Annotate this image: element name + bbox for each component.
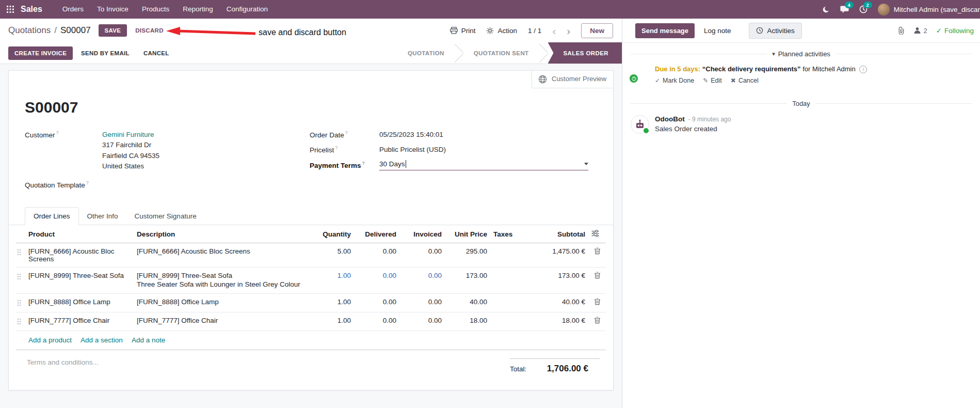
pricelist-field[interactable]: Public Pricelist (USD): [379, 145, 588, 155]
payment-terms-input[interactable]: 30 Days: [379, 160, 588, 170]
edit-activity-button[interactable]: ✎Edit: [703, 76, 722, 86]
unit-price-cell[interactable]: 40.00: [445, 294, 490, 312]
delete-line-icon[interactable]: [588, 312, 606, 331]
messages-icon[interactable]: 4: [836, 0, 854, 19]
send-by-email-button[interactable]: SEND BY EMAIL: [75, 46, 135, 60]
optional-columns-icon[interactable]: [588, 225, 606, 243]
add-product-link[interactable]: Add a product: [28, 336, 72, 344]
info-icon[interactable]: i: [859, 66, 867, 73]
quotation-template-field[interactable]: [102, 180, 257, 189]
unit-price-cell[interactable]: 18.00: [445, 312, 490, 331]
invoiced-cell[interactable]: 0.00: [399, 294, 445, 312]
description-cell[interactable]: [FURN_7777] Office Chair: [134, 312, 309, 331]
delivered-cell[interactable]: 0.00: [354, 267, 399, 294]
pricelist-label: Pricelist?: [310, 145, 379, 155]
quantity-cell[interactable]: 5.00: [309, 243, 354, 267]
new-button[interactable]: New: [581, 23, 613, 38]
unit-price-cell[interactable]: 295.00: [445, 243, 490, 267]
planned-activities-toggle[interactable]: ▾ Planned activities: [772, 50, 830, 58]
description-cell[interactable]: [FURN_8999] Three-Seat Sofa Three Seater…: [134, 267, 309, 294]
collapse-caret-icon: ▾: [772, 51, 775, 57]
delete-line-icon[interactable]: [588, 294, 606, 312]
pager-next-icon[interactable]: ›: [567, 25, 570, 36]
cancel-button[interactable]: CANCEL: [138, 46, 175, 60]
breadcrumb-current: S00007: [60, 25, 91, 36]
log-note-button[interactable]: Log note: [699, 23, 736, 38]
user-name[interactable]: Mitchell Admin (save_discar: [894, 6, 980, 13]
taxes-header: Taxes: [490, 225, 526, 243]
stage-quotation[interactable]: QUOTATION: [397, 42, 455, 64]
stage-sales-order[interactable]: SALES ORDER: [548, 42, 622, 64]
globe-icon: [538, 75, 547, 84]
pager-previous-icon[interactable]: ‹: [552, 25, 556, 36]
quantity-cell[interactable]: 1.00: [309, 267, 354, 294]
menu-configuration[interactable]: Configuration: [220, 0, 275, 19]
quotation-template-label: Quotation Template?: [25, 180, 102, 189]
drag-handle-icon[interactable]: [16, 294, 25, 312]
action-button[interactable]: Action: [486, 27, 517, 35]
save-button[interactable]: SAVE: [99, 24, 127, 37]
product-cell[interactable]: [FURN_6666] Acoustic Bloc Screens: [25, 243, 134, 267]
odoobot-avatar: [631, 115, 649, 134]
taxes-cell[interactable]: [490, 243, 526, 267]
stage-quotation-sent[interactable]: QUOTATION SENT: [463, 42, 539, 64]
cancel-activity-button[interactable]: ✖Cancel: [731, 76, 759, 86]
menu-orders[interactable]: Orders: [56, 0, 90, 19]
drag-handle-icon[interactable]: [16, 267, 25, 294]
tab-other-info[interactable]: Other Info: [79, 208, 126, 225]
following-button[interactable]: ✓ Following: [936, 26, 974, 35]
unit-price-cell[interactable]: 173.00: [445, 267, 490, 294]
quantity-cell[interactable]: 1.00: [309, 294, 354, 312]
delete-line-icon[interactable]: [588, 243, 606, 267]
add-section-link[interactable]: Add a section: [81, 336, 123, 344]
menu-products[interactable]: Products: [135, 0, 176, 19]
tab-customer-signature[interactable]: Customer Signature: [126, 208, 205, 225]
print-button[interactable]: Print: [450, 27, 476, 35]
delete-line-icon[interactable]: [588, 267, 606, 294]
invoiced-cell[interactable]: 0.00: [399, 243, 445, 267]
text-cursor: [406, 160, 406, 168]
customer-preview-button[interactable]: Customer Preview: [532, 71, 613, 88]
apps-menu-icon[interactable]: [0, 0, 21, 19]
edit-label: Edit: [711, 76, 722, 86]
order-date-field[interactable]: 05/25/2023 15:40:01: [379, 130, 588, 140]
taxes-cell[interactable]: [490, 312, 526, 331]
delivered-cell[interactable]: 0.00: [354, 312, 399, 331]
message-timestamp: - 9 minutes ago: [688, 116, 731, 123]
add-note-link[interactable]: Add a note: [132, 336, 165, 344]
create-invoice-button[interactable]: CREATE INVOICE: [8, 46, 73, 60]
customer-field[interactable]: Gemini Furniture: [102, 131, 154, 138]
moon-icon[interactable]: [817, 0, 836, 19]
quantity-cell[interactable]: 1.00: [309, 312, 354, 331]
delivered-cell[interactable]: 0.00: [354, 243, 399, 267]
tab-order-lines[interactable]: Order Lines: [25, 207, 79, 225]
description-cell[interactable]: [FURN_6666] Acoustic Bloc Screens: [134, 243, 309, 267]
delivered-cell[interactable]: 0.00: [354, 294, 399, 312]
product-cell[interactable]: [FURN_8999] Three-Seat Sofa: [25, 267, 134, 294]
breadcrumb-quotations[interactable]: Quotations: [8, 25, 51, 36]
user-avatar[interactable]: [878, 4, 890, 15]
invoiced-cell[interactable]: 0.00: [399, 267, 445, 294]
menu-reporting[interactable]: Reporting: [176, 0, 220, 19]
app-name[interactable]: Sales: [21, 5, 42, 14]
send-message-button[interactable]: Send message: [635, 23, 695, 38]
description-cell[interactable]: [FURN_8888] Office Lamp: [134, 294, 309, 312]
drag-handle-icon[interactable]: [16, 243, 25, 267]
taxes-cell[interactable]: [490, 294, 526, 312]
activities-icon[interactable]: 2: [854, 0, 873, 19]
mark-done-button[interactable]: ✓Mark Done: [655, 76, 694, 86]
menu-to-invoice[interactable]: To Invoice: [90, 0, 135, 19]
taxes-cell[interactable]: [490, 267, 526, 294]
activities-button[interactable]: Activities: [749, 23, 802, 39]
dropdown-caret-icon[interactable]: [584, 163, 588, 165]
drag-handle-icon[interactable]: [16, 312, 25, 331]
followers-button[interactable]: 2: [913, 27, 927, 35]
invoiced-cell[interactable]: 0.00: [399, 312, 445, 331]
product-cell[interactable]: [FURN_8888] Office Lamp: [25, 294, 134, 312]
total-label: Total:: [510, 365, 526, 373]
discard-button[interactable]: DISCARD: [131, 24, 168, 37]
message-body: Sales Order created: [655, 125, 731, 133]
product-cell[interactable]: [FURN_7777] Office Chair: [25, 312, 134, 331]
terms-placeholder[interactable]: Terms and conditions...: [27, 358, 99, 366]
attachments-button[interactable]: [897, 27, 905, 35]
